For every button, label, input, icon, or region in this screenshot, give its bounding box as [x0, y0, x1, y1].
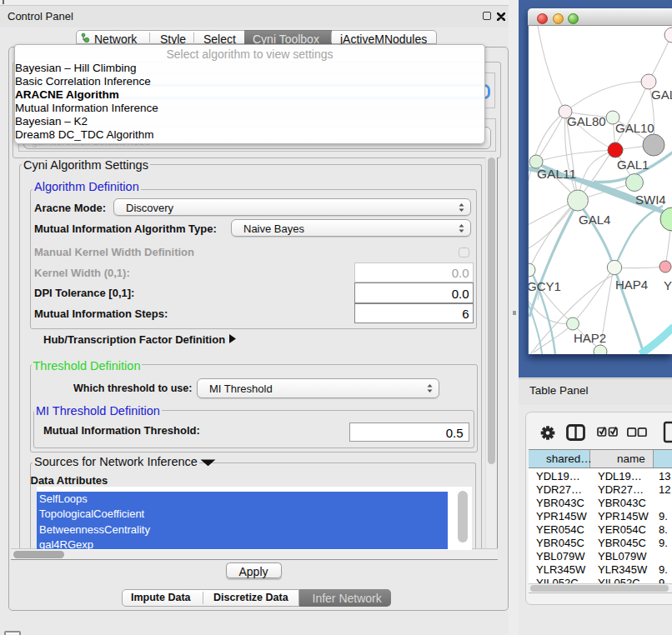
- svg-text:HAP2: HAP2: [574, 331, 606, 345]
- svg-text:SWI4: SWI4: [635, 192, 666, 207]
- svg-text:GAL: GAL: [651, 88, 672, 102]
- svg-text:GAL10: GAL10: [615, 121, 654, 135]
- svg-text:GAL4: GAL4: [579, 212, 610, 227]
- svg-text:GAL80: GAL80: [567, 114, 606, 128]
- svg-text:GAL1: GAL1: [617, 158, 649, 172]
- svg-text:Y: Y: [664, 278, 672, 292]
- svg-text:GAL11: GAL11: [537, 167, 576, 181]
- svg-text:GCY1: GCY1: [529, 279, 561, 293]
- svg-text:HAP4: HAP4: [615, 278, 648, 292]
